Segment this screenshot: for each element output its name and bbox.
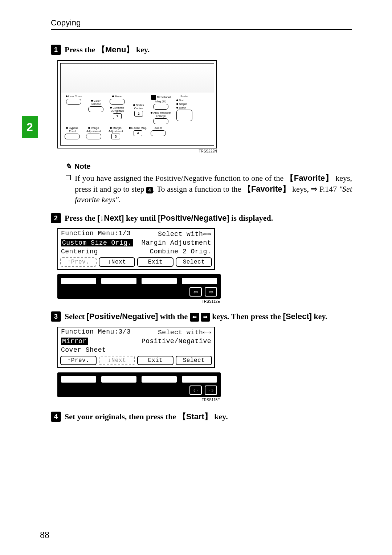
step-1-text-before: Press the [65,45,97,54]
lcd1-exit-button[interactable]: Exit [137,257,173,267]
step-number-2: 2 [51,213,61,223]
lcd2-next-button: ↓Next [99,356,135,365]
page-number: 88 [40,530,49,540]
control-panel-illustration: User Tools Color Balance Menu Combine 2O… [57,60,217,153]
header-rule [51,29,352,30]
zoom-label: Zoom [155,126,162,130]
note-bullet-icon: ❐ [65,173,71,205]
lcd1-item-margin-adjust[interactable]: Margin Adjustment [142,239,211,246]
num-4-button[interactable]: 4 [134,130,142,136]
softkey-4b[interactable] [182,376,217,383]
sorter-button[interactable] [176,110,192,121]
staple-label: Staple [179,102,187,106]
right-arrow-key-b[interactable]: ⇨ [205,385,217,395]
menu-label: Menu [115,95,122,98]
softkey-strip-1: ⇦ ⇨ [57,274,221,299]
step-3-text: Select [Positive/Negative] with the ⇐⇒ k… [65,312,327,322]
section-header: Copying [51,18,352,29]
step-4-text-after: key. [212,412,228,421]
sort-label: Sort [179,99,184,102]
auto-reduce-button[interactable] [153,118,168,124]
bypass-feed-button[interactable] [65,134,80,139]
step-1: 1 Press the 【Menu】 key. User Tools [51,44,352,205]
user-tools-label: User Tools [68,95,82,98]
step-2-text: Press the [↓Next] key until [Positive/Ne… [65,213,273,223]
lcd2-select-button[interactable]: Select [176,356,212,365]
right-arrow-key[interactable]: ⇨ [205,287,217,297]
sorter-label: Sorter [180,95,188,98]
user-tools-button[interactable] [66,99,81,105]
softkey-1b[interactable] [61,376,96,383]
lcd1-title-right: Select with⇐⇒ [158,230,211,238]
lcd2-title-right: Select with⇐⇒ [158,328,211,336]
softkey-3b[interactable] [142,376,177,383]
step-number-4: 4 [51,412,61,422]
figure-code-3: TRSS115E [57,398,220,402]
softkey-1[interactable] [61,278,96,284]
lcd2-exit-button[interactable]: Exit [137,356,173,365]
step-4-text-before: Set your originals, then press the [65,412,178,421]
directional-mag-label: Directional Mag.(%) [155,95,171,103]
num-3-button[interactable]: 3 [111,134,120,139]
auto-reduce-label: Auto Reduce/ Enlarge [153,111,171,118]
dsize-mag-label: D.Size Mag. [131,126,147,130]
num-1-button[interactable]: 1 [113,113,122,119]
step-number-3: 3 [51,311,61,322]
lcd1-item-centering[interactable]: Centering [61,248,98,255]
note-heading: ✎ Note [65,162,352,171]
lcd2-title-left: Function Menu:3/3 [61,328,131,336]
softkey-4[interactable] [182,278,217,284]
zoom-button[interactable] [151,130,166,136]
lcd1-item-combine[interactable]: Combine 2 Orig. [150,248,211,255]
step-4-text: Set your originals, then press the 【Star… [65,411,228,422]
step-3: 3 Select [Positive/Negative] with the ⇐⇒… [51,311,352,402]
series-copies-label: Series Copies [134,103,144,110]
step-4: 4 Set your originals, then press the 【St… [51,411,352,422]
menu-button[interactable] [110,99,125,105]
softkey-2b[interactable] [101,376,136,383]
step-1-text-after: key. [134,45,150,54]
lcd2-item-positive-negative[interactable]: Positive/Negative [142,338,211,345]
note-body: ❐ If you have assigned the Positive/Nega… [65,173,352,205]
note-text-3: . [119,195,121,204]
left-arrow-key-b[interactable]: ⇦ [189,385,202,395]
num-2-button[interactable]: 2 [134,111,143,117]
step-number-1: 1 [51,45,61,55]
left-arrow-key[interactable]: ⇦ [189,287,202,297]
step-ref-badge: 4 [146,187,153,193]
color-balance-button[interactable] [88,106,103,112]
stack-label: Stack [179,106,186,109]
start-key-label: 【Start】 [178,412,212,421]
figure-code-2: TRSS112E [57,299,220,303]
softkey-strip-2: ⇦ ⇨ [57,372,221,397]
lcd2-item-cover-sheet[interactable]: Cover Sheet [61,346,106,354]
lcd1-title-left: Function Menu:1/3 [61,230,131,238]
lcd-screen-1: Function Menu:1/3 Select with⇐⇒ Custom S… [57,228,215,270]
softkey-3[interactable] [142,278,177,284]
softkey-2[interactable] [101,278,136,284]
bypass-feed-label: Bypass Feed [69,126,78,133]
lcd1-prev-button: ↑Prev. [60,257,97,267]
lcd2-prev-button[interactable]: ↑Prev. [60,356,97,365]
step-2: 2 Press the [↓Next] key until [Positive/… [51,213,352,303]
lcd1-next-button[interactable]: ↓Next [99,257,135,267]
lcd2-item-mirror[interactable]: Mirror [61,338,88,345]
figure-code-1: TRSS222N [57,149,217,153]
pencil-icon: ✎ [65,162,72,171]
note-heading-text: Note [74,162,90,171]
directional-mag-button[interactable] [153,104,168,110]
combine-label: Combine 2Originals [111,106,124,113]
image-adjust-button[interactable] [86,134,101,139]
lcd-screen-2: Function Menu:3/3 Select with⇐⇒ Mirror P… [57,327,215,368]
menu-key-label: 【Menu】 [97,45,134,54]
lcd1-item-custom-size[interactable]: Custom Size Orig. [61,239,133,246]
lcd1-select-button[interactable]: Select [176,257,212,267]
arrow-keys-icon: ⇐⇒ [190,313,210,322]
note-text-2: . To assign a function to the 【Favorite】… [153,184,339,193]
step-1-text: Press the 【Menu】 key. [65,44,150,55]
chapter-tab: 2 [22,116,38,138]
